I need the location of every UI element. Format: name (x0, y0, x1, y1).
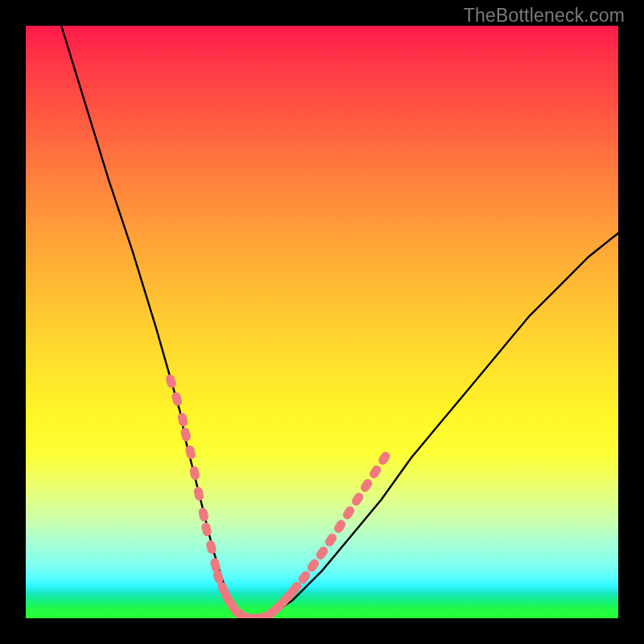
curve-marker (200, 522, 213, 537)
curve-marker (368, 464, 382, 480)
curve-marker (324, 532, 339, 548)
plot-area (26, 26, 618, 618)
curve-marker (164, 374, 177, 390)
watermark-label: TheBottleneck.com (464, 5, 625, 27)
curve-marker (359, 477, 374, 493)
curve-marker (315, 545, 330, 561)
matched-range-right (252, 450, 392, 618)
curve-marker (189, 465, 200, 481)
curve-marker (177, 412, 189, 427)
curve-marker (332, 518, 347, 535)
curve-marker (350, 491, 365, 507)
curve-marker (193, 486, 204, 502)
chart-svg (26, 26, 618, 618)
curve-marker (171, 391, 184, 407)
curve-marker (377, 450, 391, 466)
curve-marker (341, 505, 356, 521)
curve-marker (306, 557, 321, 573)
chart-frame: TheBottleneck.com (0, 0, 644, 644)
curve-marker (180, 427, 192, 442)
curve-marker (198, 507, 209, 522)
curve-marker (205, 539, 217, 555)
